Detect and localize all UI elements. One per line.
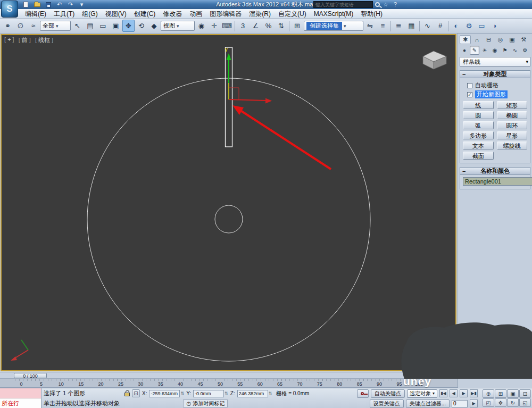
- start-new-shape-checkbox[interactable]: ✓: [467, 92, 472, 97]
- zoom-icon[interactable]: ⊕: [483, 389, 494, 398]
- category-lights-icon[interactable]: ☀: [480, 46, 489, 55]
- menu-maxscript[interactable]: MAXScript(M): [310, 9, 358, 19]
- tab-display-icon[interactable]: ▣: [506, 35, 518, 44]
- category-shapes-icon[interactable]: ✎: [470, 46, 479, 55]
- layer-manager-icon[interactable]: ≣: [393, 20, 405, 32]
- add-time-tag[interactable]: ◷ 添加时间标记: [183, 399, 228, 407]
- snap-toggle-3d-icon[interactable]: 3: [237, 20, 249, 32]
- macro-recorder-line[interactable]: [0, 388, 41, 398]
- menu-modifiers[interactable]: 修改器: [159, 9, 186, 19]
- menu-edit[interactable]: 编辑(E): [21, 9, 50, 19]
- time-slider-handle[interactable]: 0 / 100: [14, 373, 47, 378]
- new-file-button[interactable]: [21, 1, 30, 9]
- rendered-frame-window-icon[interactable]: ▭: [476, 20, 488, 32]
- tab-create-icon[interactable]: ✱: [460, 35, 471, 44]
- tab-utilities-icon[interactable]: ⚒: [518, 35, 529, 44]
- selection-filter-dropdown[interactable]: 全部 ▾: [40, 21, 71, 31]
- maxscript-mini-listener[interactable]: 所在行: [0, 388, 41, 408]
- selection-lock-icon[interactable]: [124, 393, 130, 396]
- category-systems-icon[interactable]: ⚙: [520, 46, 530, 55]
- rectangular-selection-region-icon[interactable]: ▭: [97, 20, 109, 32]
- percent-snap-icon[interactable]: %: [262, 20, 275, 32]
- curve-editor-icon[interactable]: ∿: [421, 20, 434, 32]
- menu-create[interactable]: 创建(C): [130, 9, 160, 19]
- favorites-star-icon[interactable]: ☆: [382, 2, 389, 7]
- object-name-field[interactable]: [463, 177, 532, 186]
- select-and-scale-icon[interactable]: ◆: [148, 20, 160, 32]
- bind-to-space-warp-icon[interactable]: ≈: [27, 20, 39, 32]
- zoom-extents-all-icon[interactable]: ⊡: [519, 389, 531, 398]
- zoom-region-icon[interactable]: ◰: [483, 398, 494, 407]
- menu-group[interactable]: 组(G): [78, 9, 101, 19]
- select-and-rotate-icon[interactable]: ⟲: [135, 20, 147, 32]
- category-geometry-icon[interactable]: ●: [460, 46, 469, 55]
- viewport-menu-shading[interactable]: 线框: [35, 36, 53, 44]
- selected-filter-dropdown[interactable]: 选定对象 ▾: [407, 389, 437, 398]
- menu-graph-editors[interactable]: 图形编辑器: [206, 9, 245, 19]
- spinner-snap-icon[interactable]: ⇅: [275, 20, 287, 32]
- menu-rendering[interactable]: 渲染(R): [245, 9, 275, 19]
- object-type-rollout-header[interactable]: − 对象类型: [460, 70, 530, 78]
- star-button[interactable]: 星形: [497, 131, 528, 139]
- gizmo-xy-plane-handle[interactable]: [229, 88, 239, 99]
- maximize-viewport-icon[interactable]: ◱: [519, 398, 531, 407]
- go-to-end-button[interactable]: ▶▮: [470, 389, 478, 397]
- helix-button[interactable]: 螺旋线: [497, 141, 528, 149]
- z-coordinate-field[interactable]: 246.382mm: [237, 390, 268, 397]
- named-selection-sets-dropdown[interactable]: 创建选择集 ▾: [304, 21, 363, 31]
- render-production-icon[interactable]: ◑: [488, 20, 501, 32]
- graphite-ribbon-icon[interactable]: ▦: [405, 20, 418, 32]
- track-bar[interactable]: 0 / 100: [0, 372, 458, 379]
- previous-frame-button[interactable]: ◀: [450, 389, 458, 397]
- absolute-offset-toggle-icon[interactable]: ⊡: [132, 389, 140, 397]
- zoom-all-icon[interactable]: ⊞: [495, 389, 506, 398]
- tab-modify-icon[interactable]: ∩: [471, 35, 483, 44]
- select-and-move-icon[interactable]: ✥: [122, 20, 135, 32]
- shape-category-dropdown[interactable]: 样条线 ▾: [460, 57, 530, 66]
- auto-key-button[interactable]: 自动关键点: [371, 389, 405, 398]
- reference-coordinate-dropdown[interactable]: 视图 ▾: [161, 21, 195, 31]
- viewport-menu-view[interactable]: 前: [19, 36, 31, 44]
- menu-tools[interactable]: 工具(T): [50, 9, 78, 19]
- orbit-icon[interactable]: ↻: [507, 398, 519, 407]
- line-button[interactable]: 线: [463, 101, 494, 109]
- ellipse-button[interactable]: 椭圆: [497, 111, 528, 119]
- toggle-set-key-mode-button[interactable]: [357, 389, 369, 398]
- name-color-rollout-header[interactable]: − 名称和颜色: [460, 167, 530, 175]
- z-spinner[interactable]: ⇅: [269, 391, 272, 396]
- tab-hierarchy-icon[interactable]: ⊟: [483, 35, 494, 44]
- circle-button[interactable]: 圆: [463, 111, 494, 119]
- 3dsmax-logo-button[interactable]: S: [1, 1, 18, 18]
- material-editor-icon[interactable]: ◐: [450, 20, 462, 32]
- tab-motion-icon[interactable]: ◎: [495, 35, 506, 44]
- x-coordinate-field[interactable]: -259.634mm: [149, 390, 180, 397]
- viewport-menu-plus[interactable]: +: [4, 36, 14, 44]
- rectangle-button[interactable]: 矩形: [497, 101, 528, 109]
- key-filters-button[interactable]: 关键点过滤器...: [406, 399, 450, 408]
- use-pivot-center-icon[interactable]: ◉: [195, 20, 207, 32]
- menu-customize[interactable]: 自定义(U): [275, 9, 310, 19]
- listener-line[interactable]: 所在行: [0, 398, 41, 408]
- search-icon[interactable]: [375, 2, 380, 7]
- open-file-button[interactable]: [32, 1, 41, 9]
- ngon-button[interactable]: 多边形: [463, 131, 494, 139]
- donut-button[interactable]: 圆环: [497, 121, 528, 129]
- x-spinner[interactable]: ⇅: [180, 391, 184, 396]
- small-circle-spline[interactable]: [215, 205, 243, 233]
- search-input[interactable]: [313, 1, 373, 8]
- set-key-button[interactable]: 设置关键点: [370, 399, 404, 408]
- edit-named-selection-sets-icon[interactable]: ⊞: [291, 20, 303, 32]
- category-cameras-icon[interactable]: ◉: [490, 46, 500, 55]
- select-object-icon[interactable]: ↖: [71, 20, 84, 32]
- mirror-icon[interactable]: ⇋: [364, 20, 376, 32]
- help-icon[interactable]: ?: [392, 2, 399, 7]
- save-file-button[interactable]: [44, 1, 53, 9]
- angle-snap-icon[interactable]: ∠: [250, 20, 262, 32]
- text-button[interactable]: 文本: [463, 141, 494, 149]
- arc-button[interactable]: 弧: [463, 121, 494, 129]
- viewcube[interactable]: [423, 51, 446, 69]
- category-spacewarps-icon[interactable]: ∿: [510, 46, 520, 55]
- gizmo-x-axis[interactable]: [229, 99, 266, 101]
- unlink-selection-icon[interactable]: ∅: [14, 20, 27, 32]
- render-setup-icon[interactable]: ⚙: [463, 20, 475, 32]
